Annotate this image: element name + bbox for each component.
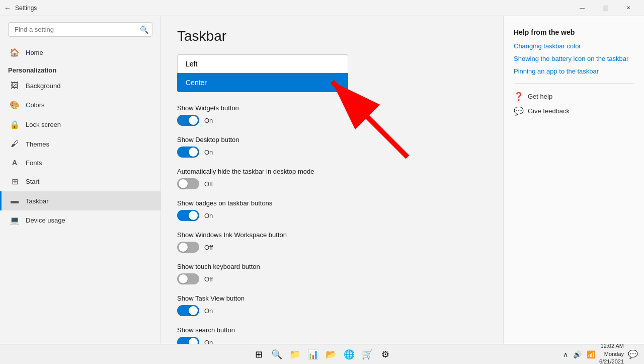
help-link-pinning-app[interactable]: Pinning an app to the taskbar xyxy=(514,67,634,75)
themes-icon: 🖌 xyxy=(10,139,20,149)
sidebar-item-themes[interactable]: 🖌 Themes xyxy=(0,134,160,154)
setting-row-touch-keyboard: Show touch keyboard buttonOff xyxy=(177,263,487,284)
content-area: Taskbar Left Center Show Widgets buttonO… xyxy=(161,16,644,344)
store-button[interactable]: 🛒 xyxy=(359,346,375,362)
setting-row-ink-workspace: Show Windows Ink Workspace buttonOff xyxy=(177,231,487,253)
toggle-touch-keyboard[interactable] xyxy=(177,273,199,284)
setting-row-search: Show search buttonOn xyxy=(177,326,487,344)
setting-label-task-view: Show Task View button xyxy=(177,295,487,302)
widgets-button[interactable]: 📊 xyxy=(305,346,321,362)
sidebar-item-label: Home xyxy=(26,49,43,56)
home-icon: 🏠 xyxy=(10,48,20,57)
sidebar-item-device-usage[interactable]: 💻 Device usage xyxy=(0,210,160,230)
sidebar-item-label: Colors xyxy=(26,101,45,109)
start-button[interactable]: ⊞ xyxy=(251,346,267,362)
sidebar-item-start[interactable]: ⊞ Start xyxy=(0,172,160,191)
toggle-text-desktop: On xyxy=(204,149,213,156)
help-link-taskbar-color[interactable]: Changing taskbar color xyxy=(514,42,634,50)
dropdown-option-center[interactable]: Center xyxy=(177,73,348,92)
toggle-desktop[interactable] xyxy=(177,147,199,158)
app-container: 🔍 🏠 Home Personalization 🖼 Background 🎨 … xyxy=(0,16,644,344)
device-usage-icon: 💻 xyxy=(10,215,20,225)
toggle-knob-task-view xyxy=(189,306,198,315)
toggle-knob-desktop xyxy=(189,148,198,157)
toggle-row-touch-keyboard: Off xyxy=(177,273,487,284)
setting-label-badges: Show badges on taskbar buttons xyxy=(177,199,487,207)
toggle-text-search: On xyxy=(204,339,213,344)
lock-screen-icon: 🔒 xyxy=(10,120,20,129)
toggle-ink-workspace[interactable] xyxy=(177,242,199,253)
notification-icon[interactable]: 💬 xyxy=(626,348,640,360)
close-button[interactable]: ✕ xyxy=(617,0,640,16)
setting-label-desktop: Show Desktop button xyxy=(177,136,487,143)
get-help-label: Get help xyxy=(528,93,552,100)
sidebar-item-home[interactable]: 🏠 Home xyxy=(0,43,160,62)
sidebar-item-colors[interactable]: 🎨 Colors xyxy=(0,95,160,115)
sidebar-item-label: Fonts xyxy=(26,159,42,167)
help-link-battery-icon[interactable]: Showing the battery icon on the taskbar xyxy=(514,55,634,62)
clock-date: Monday xyxy=(599,350,624,358)
taskbar-center: ⊞ 🔍 📁 📊 📂 🌐 🛒 ⚙ xyxy=(251,346,393,362)
toggle-auto-hide[interactable] xyxy=(177,178,199,189)
clock[interactable]: 12:02 AM Monday 6/21/2021 xyxy=(599,342,624,364)
sidebar-item-fonts[interactable]: A Fonts xyxy=(0,154,160,172)
sidebar-item-background[interactable]: 🖼 Background xyxy=(0,76,160,95)
setting-row-badges: Show badges on taskbar buttonsOn xyxy=(177,199,487,221)
sidebar-item-label: Lock screen xyxy=(26,121,61,128)
taskbar-icon: ▬ xyxy=(10,196,20,205)
toggle-row-auto-hide: Off xyxy=(177,178,487,189)
toggle-row-badges: On xyxy=(177,210,487,221)
colors-icon: 🎨 xyxy=(10,100,20,110)
setting-label-search: Show search button xyxy=(177,326,487,334)
title-bar-controls: — ⬜ ✕ xyxy=(571,0,640,16)
toggle-knob-widgets xyxy=(189,116,198,125)
toggle-knob-search xyxy=(189,338,198,344)
search-button[interactable]: 🔍 xyxy=(269,346,285,362)
toggle-search[interactable] xyxy=(177,337,199,344)
search-input[interactable] xyxy=(8,22,152,37)
system-taskbar: ⊞ 🔍 📁 📊 📂 🌐 🛒 ⚙ ∧ 🔊 📶 12:02 AM Monday 6/… xyxy=(0,344,644,364)
toggle-widgets[interactable] xyxy=(177,115,199,126)
setting-row-widgets: Show Widgets buttonOn xyxy=(177,104,487,126)
settings-button[interactable]: ⚙ xyxy=(377,346,393,362)
help-action-get-help[interactable]: ❓ Get help xyxy=(514,92,634,101)
toggle-text-auto-hide: Off xyxy=(204,180,213,188)
alignment-dropdown[interactable]: Left Center xyxy=(177,54,348,92)
toggle-text-task-view: On xyxy=(204,307,213,315)
clock-time: 12:02 AM xyxy=(599,342,624,350)
sidebar-item-label: Themes xyxy=(26,140,49,148)
toggle-task-view[interactable] xyxy=(177,305,199,316)
minimize-button[interactable]: — xyxy=(571,0,594,16)
sidebar-item-label: Background xyxy=(26,82,60,90)
setting-label-ink-workspace: Show Windows Ink Workspace button xyxy=(177,231,487,239)
folder-button[interactable]: 📂 xyxy=(323,346,339,362)
app-title: Settings xyxy=(15,5,37,12)
give-feedback-label: Give feedback xyxy=(528,107,570,115)
page-title: Taskbar xyxy=(177,28,487,44)
tray-expand-icon[interactable]: ∧ xyxy=(561,349,570,359)
fonts-icon: A xyxy=(10,159,20,167)
dropdown-option-left[interactable]: Left xyxy=(177,54,348,73)
toggle-knob-badges xyxy=(189,211,198,220)
maximize-button[interactable]: ⬜ xyxy=(594,0,617,16)
help-action-give-feedback[interactable]: 💬 Give feedback xyxy=(514,106,634,116)
title-bar: ← Settings — ⬜ ✕ xyxy=(0,0,644,16)
sidebar-item-label: Taskbar xyxy=(26,197,49,205)
title-bar-left: ← Settings xyxy=(4,4,37,12)
setting-row-auto-hide: Automatically hide the taskbar in deskto… xyxy=(177,168,487,189)
volume-icon[interactable]: 🔊 xyxy=(571,349,584,359)
setting-row-task-view: Show Task View buttonOn xyxy=(177,295,487,316)
sidebar: 🔍 🏠 Home Personalization 🖼 Background 🎨 … xyxy=(0,16,161,344)
network-icon[interactable]: 📶 xyxy=(585,349,597,359)
edge-button[interactable]: 🌐 xyxy=(341,346,357,362)
start-icon: ⊞ xyxy=(10,177,20,186)
back-icon[interactable]: ← xyxy=(4,4,11,12)
sidebar-item-lock-screen[interactable]: 🔒 Lock screen xyxy=(0,115,160,134)
toggle-badges[interactable] xyxy=(177,210,199,221)
sidebar-item-taskbar[interactable]: ▬ Taskbar xyxy=(0,191,160,210)
sidebar-search-container: 🔍 xyxy=(8,22,152,37)
toggle-row-task-view: On xyxy=(177,305,487,316)
file-explorer-button[interactable]: 📁 xyxy=(287,346,303,362)
toggle-text-widgets: On xyxy=(204,117,213,124)
toggle-knob-touch-keyboard xyxy=(179,274,188,283)
